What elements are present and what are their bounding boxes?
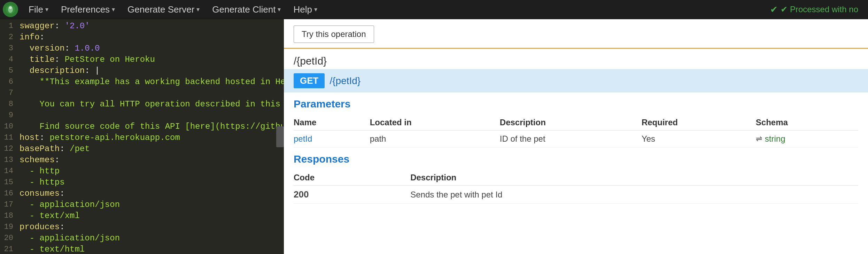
schema-arrow-icon: ⇌ [756,134,762,143]
line-number: 11 [0,132,18,143]
line-number: 7 [0,88,18,99]
generate-client-arrow-icon: ▾ [278,6,281,13]
param-description: ID of the pet [500,130,642,148]
menu-file[interactable]: File ▾ [22,2,55,17]
line-content: - text/xml [18,210,284,222]
line-number: 6 [0,76,18,88]
code-editor[interactable]: 1swagger: '2.0'2info:3 version: 1.0.04 t… [0,19,284,254]
file-arrow-icon: ▾ [45,6,48,13]
param-schema: ⇌string [756,130,858,148]
line-content: info: [18,32,284,43]
parameters-table: Name Located in Description Required Sch… [294,115,858,148]
try-operation-button[interactable]: Try this operation [294,25,374,43]
table-row: 5 description: | [0,65,284,76]
col-schema: Schema [756,115,858,130]
params-header-row: Name Located in Description Required Sch… [294,115,858,130]
line-content: **This example has a working backend hos… [18,76,284,88]
responses-title: Responses [294,153,858,165]
line-number: 15 [0,177,18,188]
line-number: 10 [0,121,18,132]
line-number: 13 [0,155,18,166]
line-content: - https [18,177,284,188]
table-row: 2info: [0,32,284,43]
responses-tbody: 200Sends the pet with pet Id [294,186,858,204]
line-number: 2 [0,32,18,43]
line-content [18,88,284,99]
main-content: 1swagger: '2.0'2info:3 version: 1.0.04 t… [0,19,868,254]
table-row: 20 - application/json [0,233,284,244]
line-content: schemes: [18,155,284,166]
svg-point-2 [9,6,12,9]
line-content: Find source code of this API [here](http… [18,121,284,132]
line-number: 8 [0,99,18,110]
method-badge: GET [294,73,325,88]
table-row: 12basePath: /pet [0,143,284,155]
table-row: 16consumes: [0,188,284,199]
method-section: GET /{petId} Parameters Name Located in … [284,69,868,204]
line-number: 1 [0,21,18,32]
line-content: - application/json [18,199,284,210]
line-number: 3 [0,43,18,54]
menubar: File ▾ Preferences ▾ Generate Server ▾ G… [0,0,868,19]
responses-section: Responses Code Description 200Sends the … [284,148,868,204]
line-content: - http [18,166,284,177]
table-row: 3 version: 1.0.0 [0,43,284,54]
response-description: Sends the pet with pet Id [410,186,858,204]
path-heading: /{petId} [284,49,868,69]
menu-generate-client[interactable]: Generate Client ▾ [206,2,287,17]
col-description: Description [500,115,642,130]
code-lines: 1swagger: '2.0'2info:3 version: 1.0.04 t… [0,19,284,254]
resp-col-description: Description [410,170,858,186]
line-content: version: 1.0.0 [18,43,284,54]
menu-preferences[interactable]: Preferences ▾ [55,2,121,17]
table-row: 200Sends the pet with pet Id [294,186,858,204]
parameters-title: Parameters [294,98,858,110]
menu-help[interactable]: Help ▾ [287,2,323,17]
line-number: 17 [0,199,18,210]
line-number: 21 [0,244,18,254]
method-path: /{petId} [330,75,361,87]
table-row: 18 - text/xml [0,210,284,222]
table-row: 9 [0,110,284,121]
line-content: - application/json [18,233,284,244]
line-content: host: petstore-api.herokuapp.com [18,132,284,143]
col-located-in: Located in [370,115,500,130]
col-required: Required [642,115,756,130]
col-name: Name [294,115,370,130]
line-content: You can try all HTTP operation described… [18,99,284,110]
params-tbody: petIdpathID of the petYes⇌string [294,130,858,148]
param-name[interactable]: petId [294,130,370,148]
table-row: 8 You can try all HTTP operation describ… [0,99,284,110]
table-row: 17 - application/json [0,199,284,210]
table-row: 10 Find source code of this API [here](h… [0,121,284,132]
table-row: 6 **This example has a working backend h… [0,76,284,88]
line-number: 19 [0,222,18,233]
responses-table: Code Description 200Sends the pet with p… [294,170,858,204]
line-content: produces: [18,222,284,233]
line-content [18,110,284,121]
table-row: 19produces: [0,222,284,233]
table-row: 15 - https [0,177,284,188]
line-number: 12 [0,143,18,155]
table-row: 1swagger: '2.0' [0,21,284,32]
right-panel: Try this operation /{petId} GET /{petId}… [284,19,868,254]
method-header: GET /{petId} [284,69,868,92]
preferences-arrow-icon: ▾ [112,6,115,13]
generate-server-arrow-icon: ▾ [196,6,200,13]
check-icon: ✔ [770,4,778,15]
parameters-section: Parameters Name Located in Description R… [284,92,868,148]
line-number: 5 [0,65,18,76]
table-row: 14 - http [0,166,284,177]
line-number: 14 [0,166,18,177]
try-operation-section: Try this operation [284,19,868,49]
status-message: ✔ ✔ Processed with no [770,4,865,15]
line-number: 16 [0,188,18,199]
menu-generate-server[interactable]: Generate Server ▾ [121,2,206,17]
editor-scrollbar[interactable] [276,126,284,147]
responses-header-row: Code Description [294,170,858,186]
table-row: petIdpathID of the petYes⇌string [294,130,858,148]
line-content: swagger: '2.0' [18,21,284,32]
line-content: - text/html [18,244,284,254]
line-content: description: | [18,65,284,76]
app-logo [3,2,18,17]
